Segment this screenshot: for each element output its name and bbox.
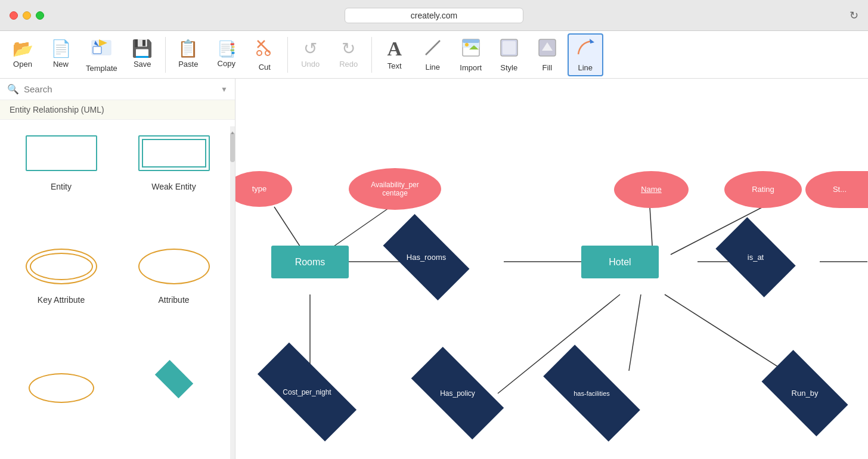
attr-shape (138, 249, 210, 284)
import-button[interactable]: Import (453, 33, 489, 76)
attribute-type[interactable]: type (235, 171, 292, 207)
relation-has-policy[interactable]: Has_policy (414, 371, 501, 415)
undo-icon: ↺ (303, 41, 317, 57)
entity-rooms[interactable]: Rooms (271, 246, 349, 278)
has-rooms-label: Has_rooms (407, 253, 446, 262)
relation-is-at[interactable]: is_at (721, 235, 790, 280)
sidebar-item-entity[interactable]: Entity (10, 129, 113, 233)
title-bar: creately.com ↻ (0, 0, 868, 31)
fill-icon (537, 38, 557, 61)
attr-canvas (132, 243, 216, 290)
search-icon: 🔍 (7, 83, 19, 95)
refresh-button[interactable]: ↻ (850, 9, 858, 22)
redo-button[interactable]: ↻ Redo (331, 33, 367, 76)
sidebar: 🔍 ▼ Entity Relationship (UML) ▲ Entity (0, 79, 235, 459)
partial-canvas (20, 355, 103, 403)
minimize-button[interactable] (23, 11, 31, 20)
svg-point-6 (257, 51, 262, 55)
toolbar: 📂 Open 📄 New Template 💾 Save 📋 Paste 📑 C… (0, 31, 868, 79)
copy-label: Copy (218, 59, 235, 68)
cost-per-night-label: Cost_per_night (283, 388, 331, 396)
sidebar-item-weak-entity[interactable]: Weak Entity (122, 129, 225, 233)
undo-button[interactable]: ↺ Undo (293, 33, 328, 76)
paste-button[interactable]: 📋 Paste (170, 33, 206, 76)
cut-icon (255, 38, 274, 60)
svg-rect-15 (503, 41, 516, 54)
save-button[interactable]: 💾 Save (125, 33, 160, 76)
sidebar-item-relation[interactable] (122, 355, 225, 449)
entity-rooms-label: Rooms (295, 257, 326, 268)
canvas-area[interactable]: type Availability_percentage Name Rating… (235, 79, 868, 459)
svg-rect-3 (93, 46, 101, 54)
new-icon: 📄 (51, 41, 72, 57)
entity-hotel[interactable]: Hotel (581, 246, 659, 278)
relation-canvas (132, 355, 216, 403)
line-label: Line (425, 63, 440, 72)
attribute-rating-label: Rating (752, 185, 774, 194)
traffic-lights (10, 11, 44, 20)
template-label: Template (86, 64, 117, 73)
attribute-name[interactable]: Name (614, 171, 689, 208)
sidebar-shapes: Entity Weak Entity Key Attribute (0, 120, 235, 459)
sidebar-item-partial[interactable] (10, 355, 113, 449)
relation-run-by[interactable]: Run_by (766, 371, 844, 415)
scrollbar-up-arrow[interactable]: ▲ (230, 130, 235, 135)
template-icon (91, 37, 112, 61)
sidebar-scrollbar[interactable]: ▲ (230, 126, 235, 459)
paste-label: Paste (178, 60, 198, 69)
fill-label: Fill (542, 63, 552, 72)
paste-icon: 📋 (178, 41, 199, 57)
style-button[interactable]: Style (491, 33, 527, 76)
divider-2 (287, 37, 288, 73)
sidebar-item-attribute[interactable]: Attribute (122, 243, 225, 346)
svg-point-11 (465, 43, 469, 46)
copy-icon: 📑 (217, 41, 236, 57)
fill-button[interactable]: Fill (529, 33, 565, 76)
text-button[interactable]: A Text (377, 33, 413, 76)
entity-shape (26, 135, 97, 171)
text-icon: A (387, 39, 402, 59)
weak-entity-canvas (132, 129, 216, 177)
copy-button[interactable]: 📑 Copy (209, 33, 244, 76)
cut-button[interactable]: Cut (247, 33, 283, 76)
line2-label: Line (578, 63, 593, 72)
maximize-button[interactable] (36, 11, 44, 20)
relation-has-rooms[interactable]: Has_rooms (388, 235, 465, 280)
style-label: Style (500, 63, 517, 72)
text-label: Text (388, 61, 402, 70)
svg-rect-13 (463, 39, 479, 43)
key-attr-canvas (20, 243, 103, 290)
key-attribute-label: Key Attribute (38, 295, 85, 305)
attribute-rating[interactable]: Rating (724, 171, 802, 208)
save-label: Save (134, 60, 151, 69)
new-button[interactable]: 📄 New (43, 33, 79, 76)
save-icon: 💾 (132, 41, 153, 57)
svg-line-27 (629, 294, 641, 371)
attribute-name-label: Name (641, 185, 662, 194)
style-icon (499, 38, 519, 61)
url-bar[interactable]: creately.com (345, 8, 523, 23)
line-button[interactable]: Line (415, 33, 451, 76)
sidebar-category: Entity Relationship (UML) (0, 100, 235, 120)
relation-shape (154, 360, 193, 398)
close-button[interactable] (10, 11, 18, 20)
has-policy-label: Has_policy (440, 389, 475, 398)
redo-icon: ↻ (342, 41, 355, 57)
template-button[interactable]: Template (81, 33, 122, 76)
import-icon (461, 38, 481, 61)
run-by-label: Run_by (792, 389, 819, 398)
attribute-availability-label: Availability_percentage (371, 181, 419, 198)
redo-label: Redo (339, 60, 358, 69)
line2-icon (575, 38, 596, 61)
sidebar-item-key-attribute[interactable]: Key Attribute (10, 243, 113, 346)
attribute-status[interactable]: St... (805, 171, 868, 208)
line2-button[interactable]: Line (568, 33, 603, 76)
search-input[interactable] (24, 84, 216, 94)
relation-has-facilities[interactable]: has-facilities (545, 371, 638, 415)
relation-cost-per-night[interactable]: Cost_per_night (259, 370, 355, 414)
open-button[interactable]: 📂 Open (5, 33, 41, 76)
partial-shape (29, 373, 94, 403)
attribute-availability[interactable]: Availability_percentage (349, 168, 441, 210)
undo-label: Undo (301, 60, 320, 69)
has-facilities-label: has-facilities (574, 390, 610, 397)
